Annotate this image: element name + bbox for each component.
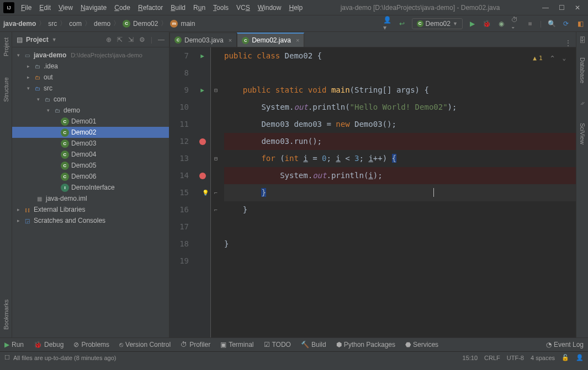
- expand-all-icon[interactable]: ⇱: [117, 36, 123, 44]
- menu-edit[interactable]: Edit: [36, 2, 54, 14]
- minimize-icon[interactable]: —: [542, 4, 549, 12]
- search-icon[interactable]: 🔍: [547, 19, 556, 28]
- source-folder-icon: 🗀: [33, 84, 41, 93]
- breadcrumb[interactable]: java-demo〉 src〉 com〉 demo〉 C Demo02〉 m m…: [3, 19, 195, 28]
- menu-vcs[interactable]: VCS: [233, 2, 253, 14]
- menu-file[interactable]: File: [18, 2, 35, 14]
- tree-external-libs[interactable]: ▸⫿⫿ External Libraries: [12, 204, 169, 215]
- debug-button[interactable]: 🐞: [483, 19, 491, 28]
- tool-problems[interactable]: ⊘Problems: [73, 341, 109, 348]
- menu-refactor[interactable]: Refactor: [135, 2, 166, 14]
- add-user-icon[interactable]: 👤▾: [383, 19, 392, 28]
- tree-file-demo01[interactable]: C Demo01: [12, 116, 169, 127]
- tab-demo03[interactable]: C Demo03.java ×: [169, 33, 237, 47]
- hide-panel-icon[interactable]: —: [158, 36, 165, 44]
- run-configuration-select[interactable]: C Demo02 ▼: [412, 18, 463, 29]
- coverage-button[interactable]: ◉: [497, 19, 506, 28]
- tool-build[interactable]: 🔨Build: [301, 341, 326, 348]
- tool-run[interactable]: ▶Run: [4, 341, 24, 348]
- tree-file-demointerface[interactable]: I DemoInterface: [12, 182, 169, 193]
- menu-run[interactable]: Run: [190, 2, 209, 14]
- tree-out[interactable]: ▸🗀 out: [12, 72, 169, 83]
- warnings-indicator[interactable]: ▲ 1 ^ ⌄: [533, 50, 566, 67]
- fold-column[interactable]: ⊟ ⊟💡⌐ ⌐: [211, 47, 221, 337]
- tree-idea[interactable]: ▸🗀 .idea: [12, 61, 169, 72]
- breadcrumb-project[interactable]: java-demo: [3, 20, 36, 28]
- run-gutter-icon[interactable]: ▶: [200, 82, 204, 99]
- line-separator[interactable]: CRLF: [484, 355, 500, 361]
- class-icon: C: [174, 36, 182, 44]
- settings-icon[interactable]: ⚙: [139, 36, 145, 44]
- file-encoding[interactable]: UTF-8: [507, 355, 524, 361]
- select-opened-icon[interactable]: ⊕: [106, 36, 112, 44]
- sciview-icon[interactable]: 𝄓: [580, 102, 585, 110]
- menu-build[interactable]: Build: [167, 2, 189, 14]
- breakpoint-icon[interactable]: [199, 173, 206, 179]
- tool-terminal[interactable]: ▣Terminal: [220, 341, 253, 348]
- cursor-position[interactable]: 15:10: [463, 355, 478, 361]
- tree-file-demo05[interactable]: C Demo05: [12, 160, 169, 171]
- class-icon: C: [417, 20, 423, 27]
- tool-sciview[interactable]: SciView: [579, 121, 586, 147]
- code-content[interactable]: ▲ 1 ^ ⌄ public class Demo02 { public sta…: [221, 47, 576, 337]
- tree-root[interactable]: ▾▭ java-demo D:\IdeaProjects\java-demo: [12, 50, 169, 61]
- breadcrumb-demo[interactable]: demo: [94, 20, 110, 28]
- back-icon[interactable]: ↩: [398, 19, 406, 28]
- line-numbers[interactable]: 789 101112 131415 161718 19: [169, 47, 194, 337]
- inspection-icon[interactable]: 👤: [576, 354, 584, 361]
- close-icon[interactable]: ✕: [575, 4, 580, 12]
- tool-structure[interactable]: Structure: [3, 75, 9, 104]
- tree-file-demo04[interactable]: C Demo04: [12, 149, 169, 160]
- tool-database[interactable]: Database: [579, 55, 586, 85]
- tree-src[interactable]: ▾🗀 src: [12, 83, 169, 94]
- maximize-icon[interactable]: ☐: [559, 4, 565, 12]
- tree-file-demo02[interactable]: C Demo02: [12, 127, 169, 138]
- tree-scratches[interactable]: ▸◲ Scratches and Consoles: [12, 215, 169, 226]
- tool-project[interactable]: Project: [3, 35, 9, 58]
- sync-icon[interactable]: ⟳: [561, 19, 570, 28]
- breadcrumb-class[interactable]: Demo02: [133, 20, 158, 28]
- tool-vcs[interactable]: ⎋Version Control: [119, 341, 171, 348]
- readonly-icon[interactable]: 🔓: [561, 354, 569, 361]
- project-tree[interactable]: ▾▭ java-demo D:\IdeaProjects\java-demo ▸…: [12, 47, 169, 337]
- breadcrumb-method[interactable]: main: [181, 20, 195, 28]
- tool-todo[interactable]: ☑TODO: [264, 341, 291, 348]
- tool-profiler[interactable]: ⏱Profiler: [181, 341, 210, 348]
- tab-label: Demo02.java: [252, 36, 291, 44]
- tab-demo02[interactable]: C Demo02.java ×: [237, 33, 304, 47]
- indent-setting[interactable]: 4 spaces: [531, 355, 555, 361]
- run-gutter-icon[interactable]: ▶: [200, 47, 204, 65]
- breadcrumb-src[interactable]: src: [48, 20, 57, 28]
- menu-help[interactable]: Help: [285, 2, 306, 14]
- code-editor[interactable]: 789 101112 131415 161718 19 ▶ ▶ ⊟ ⊟💡⌐ ⌐: [169, 47, 576, 337]
- tree-com[interactable]: ▾🗀 com: [12, 94, 169, 105]
- breakpoint-icon[interactable]: [199, 138, 206, 145]
- tool-python[interactable]: ⬢Python Packages: [336, 341, 395, 348]
- menu-code[interactable]: Code: [111, 2, 134, 14]
- tree-demo[interactable]: ▾🗀 demo: [12, 105, 169, 116]
- stop-button[interactable]: ■: [526, 19, 534, 28]
- menu-view[interactable]: View: [55, 2, 76, 14]
- run-button[interactable]: ▶: [468, 19, 477, 28]
- ide-settings-icon[interactable]: ◧: [576, 19, 585, 28]
- tool-event-log[interactable]: ◔Event Log: [546, 341, 584, 348]
- close-tab-icon[interactable]: ×: [296, 37, 299, 44]
- collapse-all-icon[interactable]: ⇲: [128, 36, 134, 44]
- tree-file-demo06[interactable]: C Demo06: [12, 171, 169, 182]
- profile-button[interactable]: ⏱▾: [511, 19, 520, 28]
- class-icon: C: [61, 117, 69, 126]
- tool-debug[interactable]: 🐞Debug: [34, 341, 63, 348]
- panel-title[interactable]: Project: [26, 36, 49, 44]
- tool-bookmarks[interactable]: Bookmarks: [3, 297, 9, 332]
- breadcrumb-com[interactable]: com: [69, 20, 82, 28]
- tool-services[interactable]: ⬣Services: [405, 341, 438, 348]
- menu-navigate[interactable]: Navigate: [77, 2, 110, 14]
- tabs-menu-icon[interactable]: ⋮: [560, 39, 576, 47]
- database-icon[interactable]: 🗄: [579, 36, 586, 44]
- menu-tools[interactable]: Tools: [210, 2, 232, 14]
- status-icon[interactable]: ☐: [4, 354, 10, 361]
- tree-iml[interactable]: ▦ java-demo.iml: [12, 193, 169, 204]
- close-tab-icon[interactable]: ×: [229, 37, 232, 44]
- tree-file-demo03[interactable]: C Demo03: [12, 138, 169, 149]
- menu-window[interactable]: Window: [255, 2, 285, 14]
